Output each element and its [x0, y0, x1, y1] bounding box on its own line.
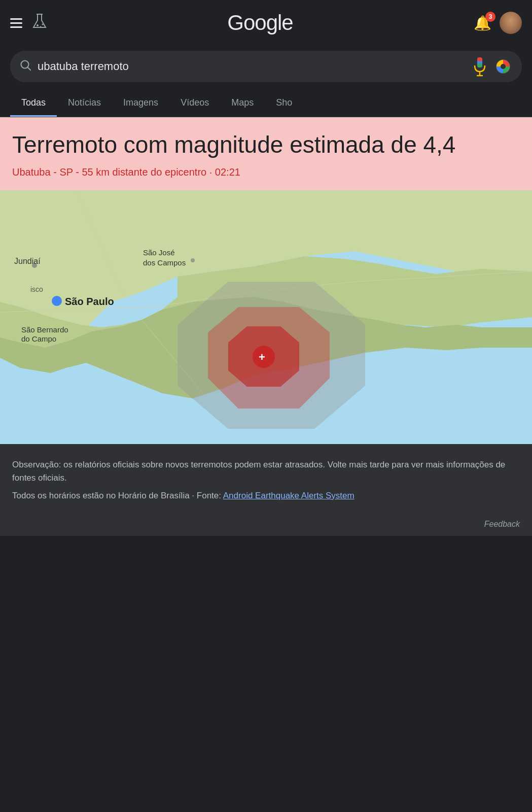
header-center: Google: [55, 11, 466, 35]
earthquake-card: Terremoto com magnitude estimada de 4,4 …: [0, 117, 532, 190]
earthquake-subtitle: Ubatuba - SP - 55 km distante do epicent…: [12, 166, 520, 178]
user-avatar[interactable]: [500, 12, 522, 34]
tab-todas[interactable]: Todas: [10, 90, 57, 117]
header-right: 🔔 3: [474, 12, 522, 34]
search-bar-container: [0, 46, 532, 90]
svg-text:dos Campos: dos Campos: [143, 258, 186, 267]
svg-line-4: [28, 67, 31, 71]
search-icon: [19, 59, 31, 74]
earthquake-title: Terremoto com magnitude estimada de 4,4: [12, 131, 520, 158]
header-left: [10, 13, 47, 33]
svg-text:isco: isco: [30, 285, 43, 293]
lab-icon[interactable]: [32, 13, 47, 33]
tab-imagens[interactable]: Imagens: [112, 90, 169, 117]
svg-text:São Paulo: São Paulo: [65, 296, 114, 307]
tab-videos[interactable]: Vídeos: [169, 90, 220, 117]
svg-text:+: +: [259, 351, 265, 363]
svg-text:São Bernardo: São Bernardo: [21, 325, 68, 334]
feedback-row: Feedback: [0, 513, 532, 536]
svg-text:São José: São José: [143, 248, 175, 257]
observation-text: Observação: os relatórios oficiais sobre…: [12, 458, 520, 485]
notification-badge: 3: [485, 12, 495, 22]
tab-noticias[interactable]: Notícias: [57, 90, 112, 117]
tabs-container: Todas Notícias Imagens Vídeos Maps Sho: [0, 90, 532, 117]
svg-point-22: [191, 258, 195, 262]
header: Google 🔔 3: [0, 0, 532, 46]
search-input[interactable]: [38, 60, 466, 73]
map-container: Jundiaí São José dos Campos isco São Pau…: [0, 190, 532, 444]
svg-text:Jundiaí: Jundiaí: [14, 257, 41, 265]
hamburger-menu-icon[interactable]: [10, 18, 22, 28]
svg-point-2: [42, 23, 44, 25]
search-bar[interactable]: [10, 51, 522, 82]
microphone-icon[interactable]: [472, 56, 487, 77]
svg-rect-6: [477, 57, 482, 61]
source-text: Todos os horários estão no Horário de Br…: [12, 489, 520, 502]
feedback-button[interactable]: Feedback: [484, 520, 520, 529]
tab-maps[interactable]: Maps: [220, 90, 265, 117]
lens-icon[interactable]: [493, 57, 513, 76]
svg-text:do Campo: do Campo: [21, 334, 56, 343]
svg-point-12: [501, 64, 506, 69]
tab-sho[interactable]: Sho: [265, 90, 303, 117]
note-section: Observação: os relatórios oficiais sobre…: [0, 444, 532, 513]
timezone-text: Todos os horários estão no Horário de Br…: [12, 491, 223, 500]
svg-point-0: [37, 24, 39, 26]
svg-point-1: [40, 26, 42, 27]
google-logo: Google: [55, 11, 466, 35]
notification-bell[interactable]: 🔔 3: [474, 15, 491, 31]
source-link[interactable]: Android Earthquake Alerts System: [223, 491, 354, 500]
map-svg: Jundiaí São José dos Campos isco São Pau…: [0, 190, 532, 444]
svg-point-26: [52, 296, 62, 306]
svg-rect-7: [477, 63, 482, 67]
